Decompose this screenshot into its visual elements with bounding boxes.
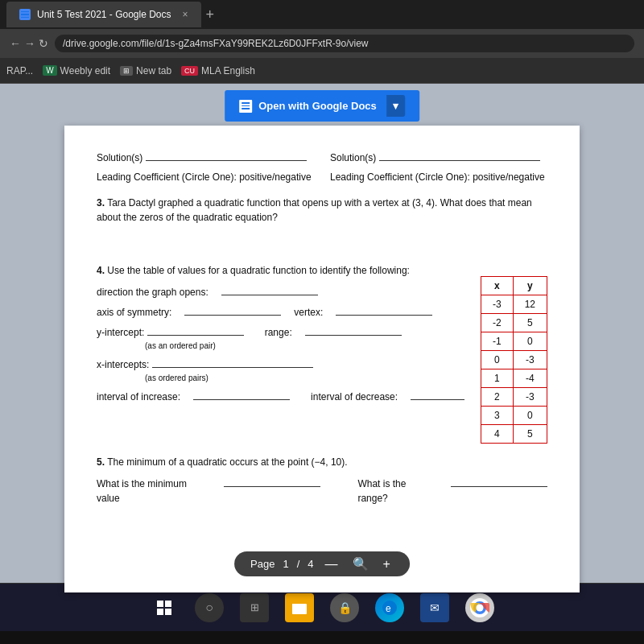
new-tab-button[interactable]: + [206, 6, 215, 23]
svg-text:e: e [386, 603, 391, 614]
symmetry-vertex-row: axis of symmetry: vertex: [97, 304, 464, 320]
col-y-header: y [513, 277, 547, 295]
bookmark-mla-label: MLA English [201, 65, 255, 76]
increase-input[interactable] [193, 389, 290, 400]
zoom-out-button[interactable]: — [322, 557, 341, 572]
cell-x: 3 [481, 407, 513, 425]
svg-point-9 [477, 604, 484, 611]
table-row: -25 [481, 314, 547, 332]
search-taskbar-button[interactable]: ○ [195, 593, 224, 622]
vertex-input[interactable] [336, 304, 432, 316]
document-page: Solution(s) Solution(s) Leading Coeffici… [64, 126, 580, 592]
active-tab[interactable]: Unit 5 Test 2021 - Google Docs × [6, 2, 201, 27]
q3-number: 3. [97, 197, 105, 208]
question-5: 5. The minimum of a quadratic occurs at … [97, 455, 547, 506]
nav-arrows: ← → ↻ [10, 37, 48, 50]
table-row: 2-3 [481, 388, 547, 407]
browser-chrome: Unit 5 Test 2021 - Google Docs × + ← → ↻… [0, 0, 644, 84]
weebly-icon: W [43, 65, 56, 76]
xintercepts-note: (as ordered pairs) [145, 372, 313, 384]
refresh-button[interactable]: ↻ [39, 37, 48, 50]
tab-favicon [19, 9, 31, 20]
decrease-label: interval of decrease: [311, 390, 398, 404]
bookmarks-bar: RAP... W Weebly edit ⊞ New tab CU MLA En… [0, 58, 644, 84]
mla-icon: CU [181, 66, 198, 76]
q5-fields: What is the minimum value What is the ra… [97, 476, 547, 506]
bookmark-rap[interactable]: RAP... [6, 65, 33, 76]
svg-rect-0 [157, 601, 163, 607]
edge-browser-button[interactable]: e [375, 593, 404, 622]
cell-y: 0 [513, 332, 547, 351]
range-q5-label: What is the range? [357, 477, 438, 506]
table-row: -10 [481, 332, 547, 351]
back-button[interactable]: ← [10, 37, 21, 50]
cell-x: 1 [481, 369, 513, 388]
doc-content: Solution(s) Solution(s) Leading Coeffici… [97, 150, 547, 506]
solution1-input[interactable] [146, 150, 307, 161]
svg-rect-2 [157, 609, 163, 615]
yintercept-block: y-intercept: (as an ordered pair) [97, 324, 244, 352]
bookmark-newtab[interactable]: ⊞ New tab [120, 65, 171, 76]
range-q5-input[interactable] [451, 476, 547, 487]
table-row: 0-3 [481, 351, 547, 369]
data-table-wrapper: x y -312-25-100-31-42-33045 [481, 276, 547, 444]
range-label: range: [265, 325, 292, 340]
bookmark-newtab-label: New tab [136, 65, 171, 76]
direction-label: direction the graph opens: [97, 285, 208, 299]
address-bar: ← → ↻ /drive.google.com/file/d/1s-gZa4ms… [0, 29, 644, 58]
docs-dropdown-button[interactable]: ▾ [386, 95, 405, 117]
url-bar[interactable]: /drive.google.com/file/d/1s-gZa4msFXaY99… [55, 35, 634, 52]
symmetry-label: axis of symmetry: [97, 305, 171, 320]
cell-y: 0 [513, 407, 547, 425]
leading2-text: Leading Coefficient (Circle One): positi… [330, 170, 547, 184]
start-button[interactable] [150, 593, 179, 622]
cell-y: -4 [513, 369, 547, 388]
xintercepts-label: x-intercepts: [97, 359, 149, 370]
decrease-input[interactable] [411, 389, 464, 400]
page-footer: Page 1 / 4 — 🔍 + [234, 551, 410, 576]
bookmark-weebly[interactable]: W Weebly edit [43, 65, 110, 76]
search-button[interactable]: 🔍 [349, 556, 372, 572]
minvalue-input[interactable] [224, 476, 320, 487]
solution2-field: Solution(s) [330, 150, 547, 165]
direction-row: direction the graph opens: [97, 284, 464, 299]
direction-input[interactable] [221, 284, 318, 295]
yintercept-field-row: y-intercept: [97, 324, 244, 340]
solution2-input[interactable] [379, 150, 540, 161]
xintercepts-input[interactable] [152, 357, 313, 368]
question-4: 4. Use the table of values for a quadrat… [97, 263, 547, 444]
symmetry-input[interactable] [184, 304, 281, 316]
bookmark-mla[interactable]: CU MLA English [181, 65, 255, 76]
open-with-docs-bar: Open with Google Docs ▾ [225, 90, 419, 122]
task-view-button[interactable]: ⊞ [240, 593, 269, 622]
cell-x: -3 [481, 295, 513, 314]
dell-area: DELL [0, 631, 644, 644]
open-docs-button[interactable]: Open with Google Docs [258, 100, 377, 112]
yintercept-label: y-intercept: [97, 327, 144, 338]
range-input[interactable] [305, 324, 402, 336]
cell-x: 0 [481, 351, 513, 369]
xintercepts-block: x-intercepts: (as ordered pairs) [97, 357, 313, 384]
cell-x: -1 [481, 332, 513, 351]
cell-y: -3 [513, 351, 547, 369]
tab-title: Unit 5 Test 2021 - Google Docs [37, 9, 171, 20]
q3-text-content: Tara Dactyl graphed a quadratic function… [97, 197, 532, 223]
increase-label: interval of increase: [97, 390, 180, 404]
yintercept-note: (as an ordered pair) [145, 340, 244, 352]
page-separator: / [297, 558, 300, 570]
dropdown-arrow: ▾ [393, 100, 398, 112]
chrome-button[interactable] [465, 593, 494, 622]
yintercept-row: y-intercept: (as an ordered pair) range: [97, 324, 464, 352]
yintercept-input[interactable] [147, 324, 244, 336]
tab-close-button[interactable]: × [183, 9, 188, 20]
file-explorer-button[interactable] [285, 593, 314, 622]
table-row: 30 [481, 407, 547, 425]
security-button[interactable]: 🔒 [330, 593, 359, 622]
mail-button[interactable]: ✉ [420, 593, 449, 622]
forward-button[interactable]: → [24, 37, 35, 50]
col-x-header: x [481, 277, 513, 295]
table-row: -312 [481, 295, 547, 314]
page-total: 4 [308, 558, 313, 570]
cell-x: 2 [481, 388, 513, 407]
zoom-in-button[interactable]: + [380, 557, 394, 572]
